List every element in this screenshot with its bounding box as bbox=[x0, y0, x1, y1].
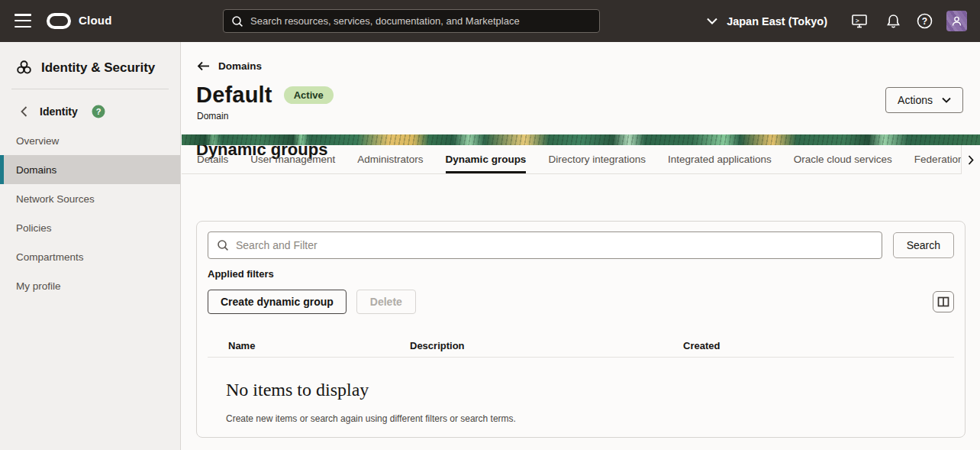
delete-button[interactable]: Delete bbox=[356, 290, 416, 314]
svg-text:>_: >_ bbox=[856, 17, 863, 24]
decorative-banner bbox=[182, 134, 980, 145]
help-icon[interactable]: ? bbox=[915, 0, 933, 42]
sidebar-item-network-sources[interactable]: Network Sources bbox=[0, 184, 180, 213]
tabs-overflow-chevron-icon[interactable] bbox=[961, 145, 980, 174]
back-arrow-icon bbox=[197, 61, 210, 71]
oracle-logo-icon[interactable] bbox=[47, 13, 71, 29]
tab-integrated-applications[interactable]: Integrated applications bbox=[668, 145, 772, 173]
topbar: Cloud Japan East (Tokyo) >_ ? bbox=[0, 0, 980, 42]
filter-search-box[interactable] bbox=[208, 231, 882, 259]
search-icon bbox=[231, 15, 243, 28]
dynamic-groups-panel: Search Applied filters Create dynamic gr… bbox=[196, 221, 965, 438]
sidebar-item-overview[interactable]: Overview bbox=[0, 126, 180, 155]
sidebar-section: Identity ? bbox=[0, 89, 180, 126]
main-content: Domains Default Active Domain Actions De… bbox=[182, 42, 980, 450]
svg-text:?: ? bbox=[95, 107, 101, 116]
identity-help-icon[interactable]: ? bbox=[92, 105, 105, 118]
tab-user-management[interactable]: User management bbox=[250, 145, 335, 173]
global-search-box[interactable] bbox=[223, 9, 600, 33]
table-header-row: Name Description Created bbox=[208, 335, 954, 358]
actions-button[interactable]: Actions bbox=[885, 87, 963, 113]
columns-icon bbox=[937, 296, 949, 307]
search-icon bbox=[217, 239, 229, 251]
global-search-input[interactable] bbox=[250, 15, 592, 27]
breadcrumb[interactable]: Domains bbox=[182, 42, 262, 72]
empty-state-title: No items to display bbox=[226, 380, 954, 400]
sidebar-title: Identity & Security bbox=[0, 42, 180, 76]
filter-search-input[interactable] bbox=[236, 239, 873, 251]
sidebar-item-policies[interactable]: Policies bbox=[0, 213, 180, 242]
notifications-bell-icon[interactable] bbox=[884, 0, 902, 42]
tab-dynamic-groups[interactable]: Dynamic groups bbox=[446, 145, 527, 173]
applied-filters-label: Applied filters bbox=[208, 268, 954, 280]
page-subtitle: Domain bbox=[182, 108, 980, 121]
cloud-shell-icon[interactable]: >_ bbox=[849, 0, 869, 42]
tab-details[interactable]: Details bbox=[197, 145, 228, 173]
search-row: Search bbox=[208, 231, 954, 259]
svg-text:?: ? bbox=[921, 16, 927, 27]
action-buttons-row: Create dynamic group Delete bbox=[208, 290, 954, 314]
profile-avatar[interactable] bbox=[946, 11, 967, 31]
sidebar-title-label: Identity & Security bbox=[41, 60, 155, 76]
chevron-left-icon[interactable] bbox=[21, 106, 27, 117]
sidebar: Identity & Security Identity ? Overview … bbox=[0, 42, 181, 450]
tabbar: Details User management Administrators D… bbox=[182, 145, 980, 174]
chevron-down-icon bbox=[707, 18, 717, 24]
tab-federation[interactable]: Federation bbox=[914, 145, 964, 173]
oci-console: Cloud Japan East (Tokyo) >_ ? bbox=[0, 0, 980, 450]
region-label: Japan East (Tokyo) bbox=[727, 15, 827, 28]
tab-oracle-cloud-services[interactable]: Oracle cloud services bbox=[794, 145, 892, 173]
column-header-description[interactable]: Description bbox=[410, 340, 683, 351]
brand-label: Cloud bbox=[79, 14, 112, 27]
create-dynamic-group-button[interactable]: Create dynamic group bbox=[208, 290, 347, 314]
person-icon bbox=[951, 15, 962, 27]
actions-button-label: Actions bbox=[898, 94, 933, 106]
sidebar-item-domains[interactable]: Domains bbox=[0, 155, 180, 184]
column-header-created[interactable]: Created bbox=[683, 340, 954, 351]
region-selector[interactable]: Japan East (Tokyo) bbox=[707, 0, 827, 42]
status-badge: Active bbox=[284, 86, 334, 104]
empty-state: No items to display Create new items or … bbox=[208, 358, 954, 424]
manage-columns-button[interactable] bbox=[933, 291, 954, 312]
search-button[interactable]: Search bbox=[893, 232, 954, 258]
sidebar-item-my-profile[interactable]: My profile bbox=[0, 271, 180, 300]
hamburger-menu-icon[interactable] bbox=[15, 14, 31, 28]
page-title: Default bbox=[196, 83, 272, 108]
empty-state-message: Create new items or search again using d… bbox=[226, 413, 954, 424]
title-row: Default Active bbox=[182, 72, 980, 108]
breadcrumb-label: Domains bbox=[218, 60, 262, 72]
sidebar-section-label[interactable]: Identity bbox=[40, 105, 78, 118]
tab-directory-integrations[interactable]: Directory integrations bbox=[548, 145, 646, 173]
identity-security-icon bbox=[16, 60, 32, 76]
column-header-name[interactable]: Name bbox=[208, 340, 410, 351]
tab-administrators[interactable]: Administrators bbox=[357, 145, 423, 173]
chevron-down-icon bbox=[942, 97, 951, 103]
sidebar-item-compartments[interactable]: Compartments bbox=[0, 242, 180, 271]
